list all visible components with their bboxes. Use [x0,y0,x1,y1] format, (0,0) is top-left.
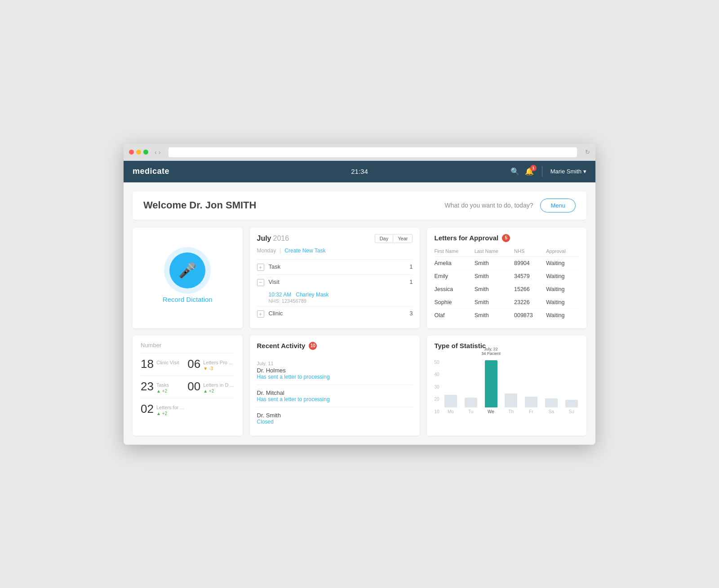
stat-letters-pro-num: 06 [187,358,200,370]
chart-bar-group[interactable] [503,393,519,407]
bell-wrapper[interactable]: 🔔 1 [525,167,534,176]
clinic-icon[interactable]: + [257,310,264,318]
dropdown-icon: ▾ [583,168,586,175]
chart-bar-th [505,393,517,407]
cell-nhs: 15266 [514,283,546,296]
chart-bar-group[interactable] [463,398,479,407]
user-name: Marie Smith [550,168,581,175]
bell-badge: 1 [530,165,537,171]
cell-firstname: Emily [434,270,474,283]
reload-icon[interactable]: ↻ [585,149,590,155]
dot-green[interactable] [143,150,148,155]
cell-nhs: 23226 [514,296,546,309]
nav-right: 🔍 🔔 1 Marie Smith ▾ [435,166,586,177]
menu-button[interactable]: Menu [540,199,576,212]
browser-address-bar[interactable] [169,147,577,157]
dot-red[interactable] [129,150,134,155]
nav-user[interactable]: Marie Smith ▾ [550,168,586,175]
stat-letters-pro-delta: ▼ -3 [203,366,233,371]
dictation-card: 🎤 Record Dictation [133,228,243,328]
cell-firstname: Jessica [434,283,474,296]
activity-list: July, 11 Dr. Holmes Has sent a letter to… [257,356,413,429]
cal-item-visit: − Visit 1 [257,274,413,290]
chart-x-label-su: Su [564,409,579,414]
cal-day-btn[interactable]: Day [375,234,393,243]
chart-x-label-fr: Fr [524,409,539,414]
app-navbar: medicate 21:34 🔍 🔔 1 Marie Smith ▾ [124,161,595,182]
cell-lastname: Smith [475,283,514,296]
table-row[interactable]: Emily Smith 34579 Waiting [434,270,579,283]
back-icon[interactable]: ‹ [155,149,157,156]
chart-bar-sa [545,398,558,407]
mic-icon: 🎤 [178,262,196,279]
cell-nhs: 89904 [514,256,546,270]
task-count: 1 [409,263,413,270]
visit-icon[interactable]: − [257,279,264,286]
create-task-link[interactable]: Create New Task [284,248,325,254]
stats-title: Number [141,342,235,349]
mic-circle[interactable]: 🎤 [169,252,205,288]
browser-arrows: ‹ › [155,149,160,156]
dictation-label[interactable]: Record Dictation [163,296,213,303]
stat-letters-for-label: Letters for ... [156,405,184,410]
cell-firstname: Sophie [434,296,474,309]
chart-bars-wrapper: July, 2234 Pacient MoTuWeThFrSaSu [443,354,579,414]
stat-tasks: 23 Tasks ▲ +2 [141,380,187,393]
browser-window: ‹ › ↻ medicate 21:34 🔍 🔔 1 Marie Smith ▾ [124,144,595,445]
activity-doctor: Dr. Holmes [257,367,413,374]
activity-item[interactable]: July, 11 Dr. Holmes Has sent a letter to… [257,356,413,385]
chart-bar-group[interactable] [443,395,459,407]
chart-title: Type of Statistic [434,342,579,349]
cell-lastname: Smith [475,296,514,309]
activity-item[interactable]: Dr. Smith Closed [257,407,413,429]
cell-approval: Waiting [546,270,579,283]
stat-letters-d-label: Letters in D ... [203,382,234,388]
chart-y-axis: 10 20 30 40 50 [434,360,439,414]
cal-year-btn[interactable]: Year [393,234,413,243]
visit-time: 10:32 AM [269,292,292,298]
chart-bar-group[interactable] [524,397,539,407]
stat-letters-d-delta: ▲ +2 [203,389,234,393]
cell-firstname: Amelia [434,256,474,270]
chart-bar-group[interactable] [543,398,559,407]
table-row[interactable]: Olaf Smith 009873 Waiting [434,309,579,322]
activity-item[interactable]: Dr. Mitchal Has sent a letter to process… [257,385,413,407]
col-approval: Approval [546,247,579,257]
search-icon[interactable]: 🔍 [510,167,519,176]
cal-weekday: Monday [257,248,276,254]
visit-person[interactable]: Charley Mask [296,292,328,298]
chart-card: Type of Statistic 10 20 30 40 50 July, 2… [427,336,586,436]
task-icon[interactable]: + [257,264,264,271]
dashboard-grid: 🎤 Record Dictation July 2016 Day Year Mo… [133,228,586,436]
dot-yellow[interactable] [136,150,141,155]
chart-x-labels: MoTuWeThFrSaSu [443,409,579,414]
stat-letters-for-delta: ▲ +2 [156,411,184,416]
table-row[interactable]: Sophie Smith 23226 Waiting [434,296,579,309]
chart-bar-group[interactable]: July, 2234 Pacient [483,360,499,407]
stat-tasks-delta: ▲ +2 [156,389,169,393]
chart-bar-group[interactable] [564,400,579,407]
stat-tasks-num: 23 [141,380,154,392]
activity-badge: 10 [309,342,317,350]
chart-x-label-tu: Tu [463,409,479,414]
table-row[interactable]: Amelia Smith 89904 Waiting [434,256,579,270]
welcome-question: What do you want to do, today? [445,202,533,209]
cal-month: July [257,234,271,243]
stat-tasks-label: Tasks [156,382,169,388]
nav-divider [542,166,542,177]
stat-letters-d-num: 00 [187,380,200,392]
chart-x-label-we: We [483,409,499,414]
cell-nhs: 009873 [514,309,546,322]
table-row[interactable]: Jessica Smith 15266 Waiting [434,283,579,296]
cal-subheader: Monday | Create New Task [257,248,413,254]
cell-approval: Waiting [546,256,579,270]
forward-icon[interactable]: › [159,149,161,156]
approval-title: Letters for Approval [434,234,498,242]
app-logo: medicate [133,167,284,176]
chart-bar-mo [444,395,457,407]
browser-dots [129,150,148,155]
stat-clinic-label: Clinic Visit [156,360,179,365]
cal-item-clinic: + Clinic 3 [257,306,413,321]
stat-letters-pro: 06 Letters Pro ... ▼ -3 [187,358,234,371]
col-nhs: NHS [514,247,546,257]
